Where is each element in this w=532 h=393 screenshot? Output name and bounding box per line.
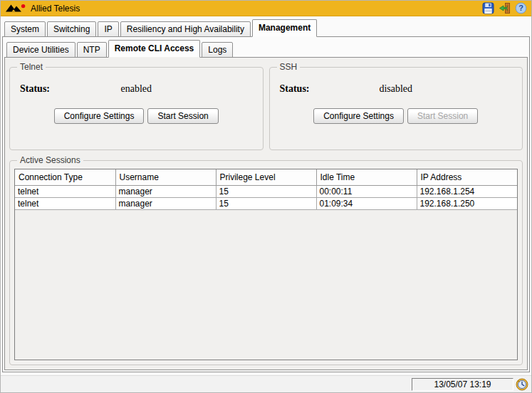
tab-switching[interactable]: Switching xyxy=(47,21,96,37)
sessions-table: Connection Type Username Privilege Level… xyxy=(15,169,517,210)
cell-username: manager xyxy=(115,198,216,210)
help-icon[interactable]: ? xyxy=(515,2,527,14)
cell-idle-time: 00:00:11 xyxy=(316,186,417,198)
tab-system[interactable]: System xyxy=(4,21,46,37)
column-header-ip-address[interactable]: IP Address xyxy=(417,169,517,186)
management-panel: Device Utilities NTP Remote CLI Access L… xyxy=(2,36,530,372)
telnet-configure-settings-button[interactable]: Configure Settings xyxy=(54,108,145,124)
tab-logs[interactable]: Logs xyxy=(202,42,233,58)
cell-connection-type: telnet xyxy=(15,198,115,210)
cell-idle-time: 01:09:34 xyxy=(316,198,417,210)
cell-privilege-level: 15 xyxy=(216,198,316,210)
ssh-status-value: disabled xyxy=(274,83,518,95)
active-sessions-group-title: Active Sessions xyxy=(17,155,83,165)
column-header-connection-type[interactable]: Connection Type xyxy=(15,169,115,186)
ssh-group: SSH Status: disabled Configure Settings … xyxy=(269,62,523,150)
table-row[interactable]: telnet manager 15 00:00:11 192.168.1.254 xyxy=(15,186,517,198)
allied-telesis-logo-icon xyxy=(5,4,26,14)
tab-ntp[interactable]: NTP xyxy=(77,42,107,58)
tab-management[interactable]: Management xyxy=(252,19,317,37)
column-header-username[interactable]: Username xyxy=(115,169,216,186)
telnet-group: Telnet Status: enabled Configure Setting… xyxy=(9,62,264,150)
titlebar: Allied Telesis xyxy=(1,1,531,16)
remote-cli-access-panel: Telnet Status: enabled Configure Setting… xyxy=(4,57,528,370)
ssh-group-title: SSH xyxy=(277,62,301,72)
ssh-status-label: Status: xyxy=(280,83,310,95)
tab-resiliency-high-availability[interactable]: Resiliency and High Availability xyxy=(120,21,251,37)
tab-device-utilities[interactable]: Device Utilities xyxy=(6,42,75,58)
active-sessions-group: Active Sessions Connection Type Username… xyxy=(9,155,523,365)
logout-icon[interactable] xyxy=(499,2,511,14)
app-window: Allied Telesis xyxy=(0,0,532,393)
statusbar: 13/05/07 13:19 xyxy=(1,375,531,392)
save-icon[interactable] xyxy=(482,2,494,14)
telnet-start-session-button[interactable]: Start Session xyxy=(147,108,218,124)
cell-connection-type: telnet xyxy=(15,186,115,198)
table-row[interactable]: telnet manager 15 01:09:34 192.168.1.250 xyxy=(15,198,517,210)
sessions-table-container: Connection Type Username Privilege Level… xyxy=(14,169,518,360)
telnet-status-label: Status: xyxy=(20,83,50,95)
clock-icon xyxy=(516,378,528,391)
datetime-display: 13/05/07 13:19 xyxy=(412,378,513,391)
sessions-table-header-row: Connection Type Username Privilege Level… xyxy=(15,169,517,186)
telnet-status-value: enabled xyxy=(14,83,259,95)
ssh-start-session-button: Start Session xyxy=(407,108,478,124)
column-header-privilege-level[interactable]: Privilege Level xyxy=(216,169,316,186)
tab-remote-cli-access[interactable]: Remote CLI Access xyxy=(108,40,201,58)
cell-ip-address: 192.168.1.254 xyxy=(417,186,517,198)
column-header-idle-time[interactable]: Idle Time xyxy=(316,169,417,186)
cell-ip-address: 192.168.1.250 xyxy=(417,198,517,210)
content-area: System Switching IP Resiliency and High … xyxy=(1,16,531,374)
telnet-group-title: Telnet xyxy=(17,62,46,72)
svg-text:?: ? xyxy=(518,4,523,12)
cell-privilege-level: 15 xyxy=(216,186,316,198)
cell-username: manager xyxy=(115,186,216,198)
window-title: Allied Telesis xyxy=(31,4,80,14)
tab-ip[interactable]: IP xyxy=(98,21,118,37)
ssh-configure-settings-button[interactable]: Configure Settings xyxy=(313,108,404,124)
main-tab-bar: System Switching IP Resiliency and High … xyxy=(2,19,530,37)
sub-tab-bar: Device Utilities NTP Remote CLI Access L… xyxy=(4,40,528,58)
